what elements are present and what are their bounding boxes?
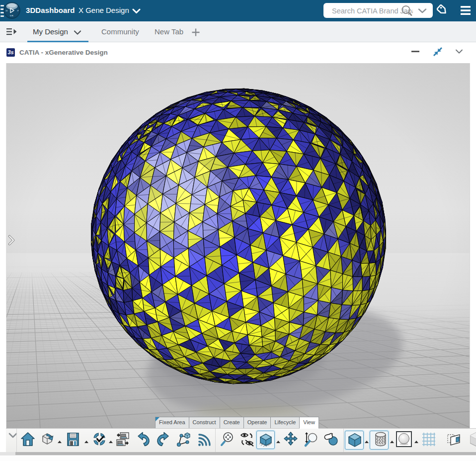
svg-text:V.R: V.R <box>10 14 14 17</box>
svg-text:3D: 3D <box>5 10 8 12</box>
